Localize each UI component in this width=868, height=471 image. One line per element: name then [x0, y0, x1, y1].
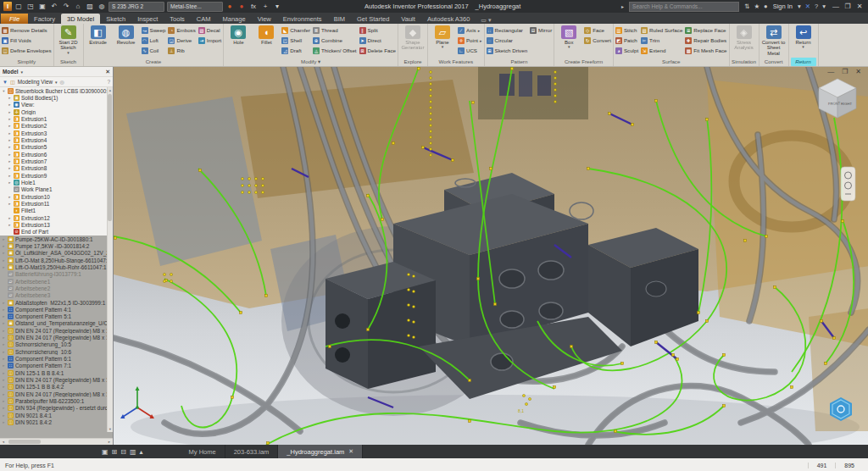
- update-icon[interactable]: ●: [225, 3, 234, 10]
- tree-vertical-scrollbar[interactable]: ▴ ▾: [107, 87, 113, 432]
- tree-item[interactable]: ▸◫DIN 125-1 B B 8.4:2: [0, 384, 113, 391]
- tree-item[interactable]: ▱Batterieführung-I3013779:1: [0, 271, 113, 278]
- tree-item[interactable]: ▸◨Extrusion6: [0, 151, 113, 158]
- tree-item[interactable]: ▱Work Plane1: [0, 186, 113, 193]
- view-mode-icon[interactable]: ◫: [10, 79, 15, 85]
- tab-view[interactable]: View: [252, 14, 277, 24]
- decal-button[interactable]: ▨Decal: [198, 25, 222, 35]
- close-icon[interactable]: ✕: [348, 448, 353, 455]
- expand-arrow-icon[interactable]: ▸: [2, 314, 6, 319]
- tab-get-started[interactable]: Get Started: [351, 14, 395, 24]
- expand-arrow-icon[interactable]: ▸: [8, 202, 12, 206]
- expand-arrow-icon[interactable]: ▸: [8, 223, 12, 227]
- tree-item[interactable]: ▱Arbeitsebene2: [0, 285, 113, 291]
- expand-arrow-icon[interactable]: ▸: [8, 195, 12, 199]
- expand-arrow-icon[interactable]: ▸: [2, 301, 6, 305]
- expand-arrow-icon[interactable]: ▸: [8, 166, 12, 170]
- repair-bodies-button[interactable]: ✚Repair Bodies: [685, 36, 726, 45]
- shell-button[interactable]: ◰Shell: [281, 36, 310, 45]
- document-tab-203-633-iam[interactable]: 203-633.iam: [225, 445, 279, 458]
- box-button[interactable]: ▧Box▾: [556, 25, 581, 50]
- face-button[interactable]: ◇Face: [584, 25, 611, 35]
- tree-item[interactable]: ▸∷Component Pattern 4:1: [0, 306, 113, 313]
- filter-icon[interactable]: ▼: [3, 80, 8, 85]
- scrollbar-thumb[interactable]: [108, 94, 112, 221]
- tree-item[interactable]: ▸◨Extrusion7: [0, 158, 113, 164]
- expand-arrow-icon[interactable]: ▸: [2, 413, 6, 418]
- tree-item[interactable]: ▸◨Extrusion5: [0, 144, 113, 151]
- patch-button[interactable]: ◩Patch: [615, 36, 638, 45]
- doc-close-button[interactable]: ✕: [855, 68, 861, 75]
- appearance-dropdown[interactable]: Metal-Stee...▾: [167, 2, 223, 12]
- mirror-button[interactable]: ⊟Mirror: [530, 25, 552, 35]
- tree-item[interactable]: ▸∷Component Pattern 6:1: [0, 355, 113, 362]
- thread-button[interactable]: ≣Thread: [313, 25, 357, 35]
- tree-item[interactable]: ▸◎Hole1: [0, 179, 113, 186]
- close-button[interactable]: ✕: [854, 3, 865, 10]
- expand-arrow-icon[interactable]: ▸: [8, 124, 12, 128]
- cascade-windows-icon[interactable]: ▣: [102, 448, 108, 456]
- tree-item[interactable]: ▸✛Origin: [0, 108, 113, 115]
- document-tab-my-home[interactable]: My Home: [181, 445, 225, 458]
- ribbon-display-options-icon[interactable]: ▭ ▾: [481, 17, 491, 24]
- delete-face-button[interactable]: ⊠Delete Face: [359, 46, 396, 55]
- expand-arrow-icon[interactable]: ▸: [2, 329, 6, 333]
- expand-arrow-icon[interactable]: ▸: [2, 244, 6, 248]
- viewport-3d-scene[interactable]: 8,1 FRONT RIGHT: [114, 67, 868, 445]
- tree-item[interactable]: ▸◨Extrusion3: [0, 130, 113, 136]
- circular-button[interactable]: ◌Circular: [487, 36, 528, 45]
- tree-item[interactable]: ▱Arbeitsebene3: [0, 292, 113, 299]
- tab-factory[interactable]: Factory: [28, 14, 61, 24]
- filter-label[interactable]: Modeling View: [18, 79, 53, 85]
- flyout-caret-icon[interactable]: ▸: [478, 28, 481, 33]
- thumbnail-icon[interactable]: ▨: [86, 3, 94, 10]
- redo-icon[interactable]: ↷: [62, 3, 70, 10]
- convert-to-sheet-metal-button[interactable]: ⇄Convert to Sheet Metal: [761, 25, 787, 56]
- measure-icon[interactable]: +: [261, 3, 270, 10]
- expand-arrow-icon[interactable]: ▸: [2, 321, 6, 325]
- expand-arrow-icon[interactable]: ▸: [8, 174, 12, 178]
- tab-cam[interactable]: CAM: [191, 14, 217, 24]
- expand-arrow-icon[interactable]: ▸: [2, 363, 6, 368]
- expand-arrow-icon[interactable]: ▸: [2, 392, 6, 396]
- expand-arrow-icon[interactable]: ▸: [8, 152, 12, 157]
- scrollbar-thumb[interactable]: [8, 440, 41, 444]
- doc-restore-button[interactable]: ❐: [842, 68, 848, 75]
- chevron-down-icon[interactable]: ▾: [20, 69, 23, 75]
- material-dropdown[interactable]: S 235 JRG 2▾: [108, 2, 164, 12]
- revolve-button[interactable]: ◍Revolve: [114, 25, 139, 45]
- tab-sketch[interactable]: Sketch: [100, 14, 131, 24]
- save-icon[interactable]: ▣: [38, 3, 47, 10]
- tree-item[interactable]: ▸◨Extrusion9: [0, 172, 113, 179]
- close-icon[interactable]: ✕: [105, 69, 110, 75]
- sign-in-button[interactable]: Sign In: [773, 3, 793, 10]
- expand-arrow-icon[interactable]: ▸: [8, 145, 12, 149]
- scroll-left-icon[interactable]: ◂: [0, 440, 7, 444]
- tree-item[interactable]: ▸◫DIN EN 24 017 (Regelgewinde) M8 x 16: [0, 334, 113, 341]
- expand-arrow-icon[interactable]: ▸: [2, 371, 6, 375]
- tree-item[interactable]: ◗Fillet1: [0, 208, 113, 214]
- expand-arrow-icon[interactable]: ▸: [8, 159, 12, 163]
- tab-3d-model[interactable]: 3D Model: [61, 14, 100, 24]
- tile-horizontal-icon[interactable]: ⊟: [120, 448, 126, 456]
- search-input[interactable]: Search Help & Commands...: [629, 2, 739, 12]
- expand-arrow-icon[interactable]: ▸: [8, 180, 12, 185]
- tree-item[interactable]: ▸◫Parabelpuffer M8-6223500:1: [0, 397, 113, 404]
- tree-item[interactable]: ▸∷Component Pattern 7:1: [0, 363, 113, 369]
- tree-item[interactable]: ▸◫DIN EN 24 017 (Regelgewinde) M8 x 16: [0, 391, 113, 397]
- qat-menu-icon[interactable]: ▾: [273, 3, 281, 10]
- tree-item[interactable]: ▸◉View:: [0, 102, 113, 108]
- convert-button[interactable]: ↻Convert: [584, 36, 611, 45]
- chamfer-button[interactable]: ◣Chamfer: [281, 25, 310, 35]
- expand-arrow-icon[interactable]: ▸: [8, 96, 12, 100]
- pushpin-icon[interactable]: ▸: [621, 3, 624, 9]
- start-2d-sketch-button[interactable]: ✎Start 2D Sketch▾: [56, 25, 81, 55]
- define-envelopes-button[interactable]: ◫Define Envelopes: [2, 46, 52, 55]
- tree-item[interactable]: ▸◨Extrusion11: [0, 200, 113, 207]
- tree-item[interactable]: ▸◨Extrusion12: [0, 214, 113, 221]
- tree-item[interactable]: ▾◫Steuerblock Bucher LCBS ID3090000:1: [0, 87, 113, 94]
- tab-vault[interactable]: Vault: [395, 14, 421, 24]
- tree-item[interactable]: ▸◫DIN 934 (Regelgewinde) - ersetzt durch: [0, 405, 113, 412]
- tree-item[interactable]: ▸◨Extrusion10: [0, 193, 113, 200]
- expand-arrow-icon[interactable]: ▸: [8, 117, 12, 121]
